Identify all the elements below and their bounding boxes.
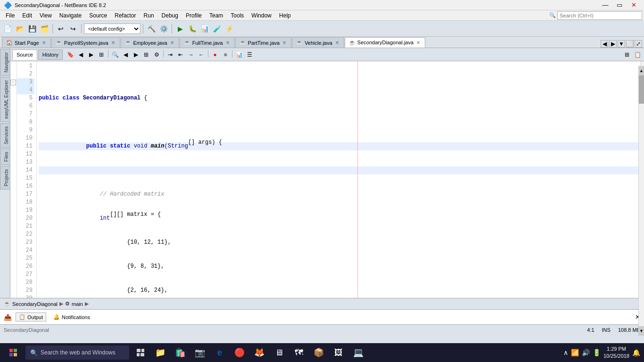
outdent-button[interactable]: ⇤ [176,50,185,59]
clock[interactable]: 1:29 PM 10/25/2018 [603,346,629,360]
tab-parttime-close[interactable]: ✕ [281,40,287,46]
search-code-button[interactable]: 🔍 [110,50,120,59]
menu-source[interactable]: Source [85,10,111,20]
list-button[interactable]: ☰ [245,50,254,59]
tab-secondarydiagonal-close[interactable]: ✕ [415,40,421,45]
debug-button[interactable]: 🐛 [187,23,198,34]
tab-startpage-close[interactable]: ✕ [41,40,47,46]
run-test-button[interactable]: 🧪 [211,23,223,34]
tab-fulltime-close[interactable]: ✕ [225,40,231,46]
find-prev-button[interactable]: ◀ [121,50,130,59]
taskbar-file-explorer[interactable]: 📁 [152,344,169,361]
tab-nav-left-button[interactable]: ◀ [601,40,608,48]
build-button[interactable]: ⚙️ [158,23,169,34]
output-tab-notifications[interactable]: 🔔 Notifications [50,313,93,321]
indent-button[interactable]: ⇥ [165,50,175,59]
scroll-thumb[interactable] [639,75,644,104]
menu-view[interactable]: View [36,10,56,20]
config-dropdown[interactable]: <default config> [84,24,140,34]
tab-nav-right-button[interactable]: ▶ [609,40,617,48]
tab-maximize-button[interactable]: ⤢ [635,40,642,48]
close-button[interactable]: ✕ [627,0,640,10]
menu-profile[interactable]: Profile [182,10,206,20]
redo-button[interactable]: ↪ [67,23,79,34]
menu-team[interactable]: Team [206,10,227,20]
taskbar-firefox[interactable]: 🦊 [251,344,268,361]
menu-run[interactable]: Run [140,10,158,20]
menu-tools[interactable]: Tools [227,10,248,20]
taskbar-camera[interactable]: 📷 [191,344,208,361]
tab-payrollsystem-close[interactable]: ✕ [110,40,116,46]
save-button[interactable]: 💾 [26,23,38,34]
toggle-bookmarks-button[interactable]: 🔖 [66,50,75,59]
menu-edit[interactable]: Edit [18,10,36,20]
save-all-button[interactable]: 🗂️ [39,23,50,34]
tab-employee-close[interactable]: ✕ [169,40,175,46]
expand-editor-button[interactable]: ⊞ [622,50,632,59]
taskbar-store[interactable]: 🛍️ [172,344,189,361]
taskbar-3d[interactable]: 📦 [310,344,327,361]
menu-window[interactable]: Window [248,10,275,20]
run-button[interactable]: ▶ [174,23,186,34]
vertical-scrollbar[interactable]: ▲ ▼ [638,66,644,298]
search-input[interactable] [557,11,642,20]
tab-vehicle-close[interactable]: ✕ [334,40,340,46]
taskbar-unknown[interactable]: 💻 [350,344,367,361]
scroll-up-button[interactable]: ▲ [639,66,644,75]
tab-fulltime[interactable]: ☕ FullTime.java ✕ [180,37,235,48]
menu-refactor[interactable]: Refactor [111,10,140,20]
tab-employee[interactable]: ☕ Employee.java ✕ [121,37,179,48]
find-sel-button[interactable]: ⊞ [141,50,151,59]
menu-debug[interactable]: Debug [158,10,182,20]
menu-help[interactable]: Help [275,10,295,20]
chart-button[interactable]: 📊 [234,50,244,59]
undo-button[interactable]: ↩ [55,23,66,34]
taskbar-photos[interactable]: 🖼 [330,344,347,361]
find-options-button[interactable]: ⚙ [152,50,161,59]
taskbar-chevron-icon[interactable]: ∧ [563,349,568,356]
shift-left-button[interactable]: ← [197,50,206,59]
navigator-panel-button[interactable]: Navigator [0,49,10,76]
find-next-button[interactable]: ▶ [131,50,140,59]
fold-cell-3[interactable]: − [10,78,17,86]
tab-startpage[interactable]: 🏠 Start Page ✕ [2,37,51,48]
services-panel-button[interactable]: Services [0,123,10,148]
apply-patch-button[interactable]: ⚡ [223,23,235,34]
tab-nav-dropdown-button[interactable]: ▼ [618,40,625,48]
tab-secondarydiagonal[interactable]: ☕ SecondaryDiagonal.java ✕ [345,37,425,48]
fold-icon-3[interactable]: − [10,80,16,85]
minimize-button[interactable]: — [599,0,612,10]
menu-file[interactable]: File [2,10,18,20]
taskbar-volume-icon[interactable]: 🔊 [582,349,590,356]
taskbar-gps[interactable]: 🗺 [290,344,307,361]
tab-parttime[interactable]: ☕ PartTime.java ✕ [235,37,291,48]
taskbar-task-view[interactable] [132,344,149,361]
toggle-view-button[interactable]: ⊞ [97,50,106,59]
code-editor[interactable]: public class SecondaryDiagonal { public … [37,61,640,298]
taskbar-network-icon[interactable]: 📶 [571,349,579,356]
taskbar-chrome[interactable]: 🔴 [231,344,248,361]
open-button[interactable]: 📂 [14,23,25,34]
output-tab-output[interactable]: 📋 Output [16,313,46,321]
tab-restore-button[interactable]: ⬜ [626,40,634,48]
maximize-button[interactable]: ▭ [613,0,626,10]
projects-panel-button[interactable]: Projects [0,166,10,189]
taskbar-intellij[interactable]: 🖥 [271,344,288,361]
taskbar-search[interactable]: 🔍 Search the web and Windows [25,346,129,360]
source-tab-history[interactable]: History [38,49,63,60]
stop-button[interactable]: ■ [221,50,230,59]
breadcrumb-class[interactable]: SecondaryDiagonal [12,301,58,307]
files-panel-button[interactable]: Files [0,148,10,165]
shift-right-button[interactable]: → [186,50,196,59]
start-button[interactable] [4,343,23,362]
breadcrumb-method[interactable]: main [72,301,83,307]
taskbar-battery-icon[interactable]: 🔋 [593,349,601,356]
taskbar-notification-icon[interactable]: 🔔 [632,349,640,356]
taskbar-edge[interactable]: e [211,344,228,361]
easyuml-panel-button[interactable]: easyUML Explorer [0,77,10,122]
prev-bookmark-button[interactable]: ◀ [76,50,85,59]
next-bookmark-button[interactable]: ▶ [86,50,96,59]
source-tab-source[interactable]: Source [12,49,37,60]
new-button[interactable]: 📄 [2,23,13,34]
tab-payrollsystem[interactable]: ☕ PayrollSystem.java ✕ [51,37,120,48]
